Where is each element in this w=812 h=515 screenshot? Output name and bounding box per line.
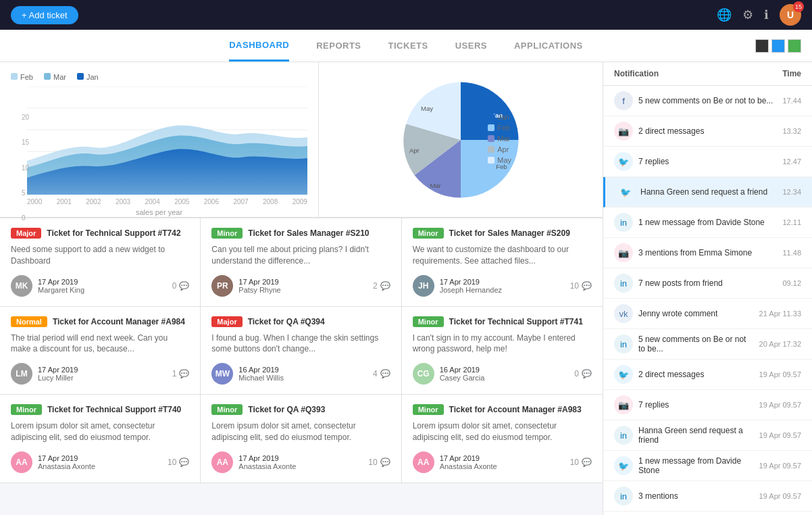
notif-icon: 🐦 <box>614 456 633 475</box>
ticket-footer: AA 17 Apr 2019 Anastasia Axonte 10 💬 <box>413 451 592 473</box>
nav-applications[interactable]: APPLICATIONS <box>514 31 583 60</box>
info-icon[interactable]: ℹ <box>764 7 769 22</box>
user-info: 16 Apr 2019 Michael Willis <box>238 366 284 382</box>
user-info: 17 Apr 2019 Lucy Miller <box>38 366 78 382</box>
legend-feb: Feb <box>11 73 33 81</box>
ticket-header: Minor Ticket for Technical Support #T741 <box>413 316 592 327</box>
notification-item[interactable]: 📷 7 replies 19 Apr 09.57 <box>603 390 812 420</box>
ticket-desc: We want to customize the dashboard to ou… <box>413 244 592 267</box>
comment-count: 10 <box>168 458 176 467</box>
notif-header: Notification Time <box>603 62 812 86</box>
notif-text: 3 mentions <box>638 491 754 501</box>
priority-badge: Minor <box>11 404 42 415</box>
view-icon-dark[interactable] <box>755 39 769 53</box>
ticket-header: Minor Ticket for Account Manager #A983 <box>413 404 592 415</box>
user-avatar: AA <box>11 451 32 473</box>
nav-dashboard[interactable]: DASHBOARD <box>229 30 289 62</box>
notif-time: 19 Apr 09.57 <box>759 401 801 409</box>
ticket-card[interactable]: Major Ticket for QA #Q394 I found a bug.… <box>201 307 401 395</box>
ticket-date: 17 Apr 2019 <box>38 454 95 462</box>
ticket-footer: AA 17 Apr 2019 Anastasia Axonte 10 💬 <box>211 451 390 473</box>
user-info: 17 Apr 2019 Anastasia Axonte <box>238 454 296 470</box>
ticket-date: 17 Apr 2019 <box>238 278 280 286</box>
notification-item[interactable]: 📷 3 mentions from Emma Simone 11.48 <box>603 238 812 268</box>
ticket-username: Margaret King <box>38 286 84 294</box>
notification-item[interactable]: 🐦 2 direct messages 19 Apr 09.57 <box>603 360 812 390</box>
svg-text:May: May <box>421 105 433 112</box>
comment-count: 10 <box>570 458 579 467</box>
notif-icon: 🐦 <box>616 182 635 201</box>
notification-list: f 5 new comments on Be or not to be... 1… <box>603 86 812 515</box>
ticket-date: 17 Apr 2019 <box>38 278 84 286</box>
comment-icon: 💬 <box>179 458 189 467</box>
ticket-card[interactable]: Minor Ticket for Technical Support #T741… <box>402 307 603 395</box>
notification-item[interactable]: in 1 new message from Davide Stone 12.11 <box>603 207 812 238</box>
user-avatar-wrap[interactable]: U 15 <box>780 4 801 26</box>
notif-icon: in <box>614 335 633 353</box>
globe-icon[interactable]: 🌐 <box>717 7 732 22</box>
notif-time: 13.32 <box>782 127 801 135</box>
ticket-card[interactable]: Minor Ticket for Sales Manager #S210 Can… <box>201 218 401 307</box>
ticket-desc: The trial period will end next week. Can… <box>11 333 189 355</box>
notification-item[interactable]: 🐦 1 new message from Davide Stone 19 Apr… <box>603 451 812 481</box>
notification-item[interactable]: f 5 new comments on Be or not to be... 1… <box>603 86 812 116</box>
notif-icon: f <box>614 91 633 110</box>
notification-item[interactable]: in 5 new comments on Be or not to be... … <box>603 329 812 360</box>
ticket-user: CG 16 Apr 2019 Casey Garcia <box>413 363 485 385</box>
notification-item[interactable]: in 3 mentions 19 Apr 09.57 <box>603 481 812 512</box>
notification-item[interactable]: 🐦 7 replies 12.47 <box>603 147 812 177</box>
notif-text: 7 replies <box>638 400 754 410</box>
ticket-card[interactable]: Minor Ticket for Sales Manager #S209 We … <box>402 218 603 307</box>
priority-badge: Minor <box>211 228 243 239</box>
ticket-desc: Need some support to add a new widget to… <box>11 244 189 267</box>
ticket-title: Ticket for Technical Support #T742 <box>47 228 180 238</box>
notif-time: 12.11 <box>782 218 801 226</box>
ticket-user: AA 17 Apr 2019 Anastasia Axonte <box>211 451 296 473</box>
notif-time: 12.34 <box>782 188 801 196</box>
notif-time: 11.48 <box>782 249 801 257</box>
comment-count: 4 <box>373 369 378 378</box>
ticket-actions: 1 💬 <box>172 369 190 378</box>
notification-item[interactable]: 📷 2 direct messages 13.32 <box>603 116 812 147</box>
ticket-card[interactable]: Minor Ticket for Technical Support #T740… <box>0 395 201 483</box>
nav-tickets[interactable]: TICKETS <box>388 31 428 60</box>
notif-time: 19 Apr 09.57 <box>759 492 801 500</box>
nav-users[interactable]: USERS <box>455 31 487 60</box>
nav-reports[interactable]: REPORTS <box>316 31 361 60</box>
area-chart <box>27 87 307 195</box>
ticket-footer: JH 17 Apr 2019 Joseph Hernandez 10 💬 <box>413 275 592 297</box>
notification-item[interactable]: vk Jenny wrote comment 21 Apr 11.33 <box>603 299 812 329</box>
y-axis: 20151050 <box>22 114 29 222</box>
ticket-card[interactable]: Minor Ticket for Account Manager #A983 L… <box>402 395 603 483</box>
ticket-title: Ticket for QA #Q393 <box>248 405 325 414</box>
notif-time: 21 Apr 11.33 <box>759 310 801 318</box>
ticket-desc: Lorem ipsum dolor sit amet, consectetur … <box>211 420 390 443</box>
notif-time: 12.47 <box>782 157 801 166</box>
notification-item[interactable]: 🐦 Hanna Green send request a friend 12.3… <box>603 177 812 207</box>
ticket-header: Major Ticket for QA #Q394 <box>211 316 390 327</box>
notif-text: Hanna Green send request a friend <box>638 426 754 445</box>
notification-item[interactable]: in 7 new posts from friend 09.12 <box>603 268 812 299</box>
ticket-date: 17 Apr 2019 <box>38 366 78 374</box>
ticket-header: Minor Ticket for Technical Support #T740 <box>11 404 189 415</box>
notif-time: 19 Apr 09.57 <box>759 370 801 378</box>
user-avatar: JH <box>413 275 434 297</box>
ticket-card[interactable]: Normal Ticket for Account Manager #A984 … <box>0 307 201 395</box>
ticket-desc: I found a bug. When I change the skin se… <box>211 333 390 355</box>
notification-item[interactable]: in Hanna Green send request a friend 19 … <box>603 420 812 451</box>
user-avatar: AA <box>211 451 233 473</box>
ticket-title: Ticket for Sales Manager #S209 <box>449 228 570 238</box>
comment-count: 10 <box>570 281 579 291</box>
x-axis-labels: 2000200120022003200420052006200720082009 <box>27 198 307 205</box>
chart-legend: Feb Mar Jan <box>11 73 307 81</box>
notif-header-label: Notification <box>614 69 659 78</box>
notif-time: 19 Apr 09.57 <box>759 431 801 439</box>
notif-text: 2 direct messages <box>638 370 754 379</box>
gear-icon[interactable]: ⚙ <box>742 7 753 22</box>
add-ticket-button[interactable]: + Add ticket <box>11 6 78 24</box>
notification-item[interactable]: 🐦 7 new posts 19 Apr 09.53 <box>603 512 812 515</box>
view-icon-blue[interactable] <box>771 39 785 53</box>
ticket-card[interactable]: Minor Ticket for QA #Q393 Lorem ipsum do… <box>201 395 401 483</box>
ticket-card[interactable]: Major Ticket for Technical Support #T742… <box>0 218 201 307</box>
view-icon-green[interactable] <box>788 39 801 53</box>
